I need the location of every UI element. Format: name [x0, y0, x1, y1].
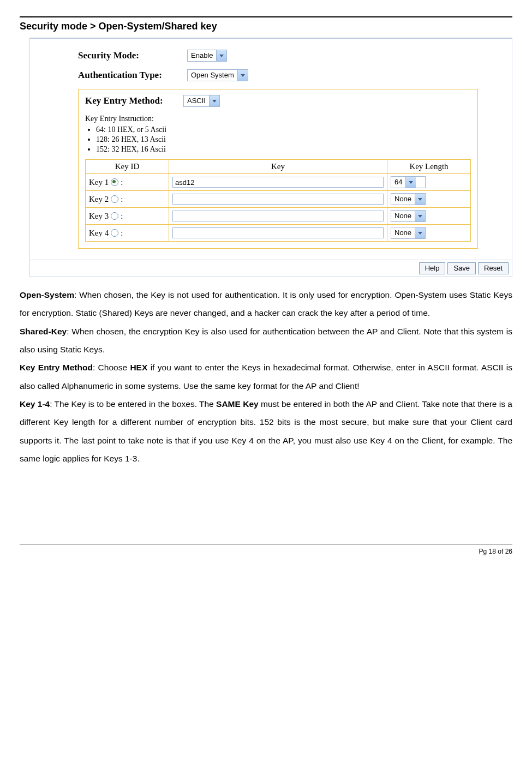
- chevron-down-icon: [405, 177, 416, 188]
- chevron-down-icon: [415, 211, 425, 221]
- col-key-length: Key Length: [387, 160, 471, 174]
- term-open-system: Open-System: [20, 290, 74, 299]
- desc-kem-1: : Choose: [93, 363, 130, 372]
- table-row: Key 2 : None: [86, 191, 471, 208]
- chevron-down-icon: [216, 50, 226, 61]
- save-button[interactable]: Save: [447, 262, 476, 274]
- term-shared-key: Shared-Key: [20, 327, 67, 336]
- key3-input[interactable]: [172, 211, 384, 221]
- term-same-key: SAME Key: [216, 399, 259, 409]
- term-key-entry-method: Key Entry Method: [20, 363, 93, 372]
- key2-input[interactable]: [172, 194, 384, 205]
- auth-type-value: Open System: [188, 70, 237, 81]
- key3-length-value: None: [391, 211, 415, 221]
- table-row: Key 3 : None: [86, 208, 471, 225]
- key-entry-method-select[interactable]: ASCII: [183, 95, 220, 107]
- term-hex: HEX: [130, 363, 147, 372]
- help-button[interactable]: Help: [419, 262, 446, 274]
- desc-key14-1: : The Key is to be entered in the boxes.…: [50, 399, 216, 409]
- description-text: Open-System: When chosen, the Key is not…: [20, 286, 512, 467]
- key3-radio[interactable]: [111, 212, 118, 220]
- key1-input[interactable]: [172, 177, 384, 188]
- config-panel: Security Mode: Enable Authentication Typ…: [29, 38, 512, 277]
- key1-length-value: 64: [391, 177, 405, 188]
- chevron-down-icon: [237, 70, 248, 81]
- security-mode-label: Security Mode:: [78, 50, 187, 61]
- key3-length-select[interactable]: None: [391, 210, 426, 222]
- security-mode-select[interactable]: Enable: [187, 50, 227, 62]
- col-key-id: Key ID: [86, 160, 169, 174]
- auth-type-select[interactable]: Open System: [187, 69, 248, 81]
- table-row: Key 4 : None: [86, 225, 471, 242]
- desc-open-system: : When chosen, the Key is not used for a…: [20, 290, 512, 317]
- auth-type-label: Authentication Type:: [78, 70, 187, 81]
- key1-length-select[interactable]: 64: [391, 176, 426, 188]
- key-entry-method-value: ASCII: [184, 95, 209, 106]
- table-row: Key 1 : 64: [86, 174, 471, 191]
- desc-shared-key: : When chosen, the encryption Key is als…: [20, 327, 512, 354]
- instruction-item: 64: 10 HEX, or 5 Ascii: [96, 125, 471, 134]
- term-key14: Key 1-4: [20, 399, 50, 409]
- key2-label: Key 2: [89, 195, 109, 204]
- key3-label: Key 3: [89, 212, 109, 221]
- security-mode-value: Enable: [188, 50, 216, 61]
- chevron-down-icon: [209, 95, 219, 106]
- key4-input[interactable]: [172, 227, 384, 238]
- key1-label: Key 1: [89, 178, 109, 187]
- page-footer: Pg 18 of 26: [20, 544, 512, 555]
- key4-label: Key 4: [89, 229, 109, 238]
- page-title: Security mode > Open-System/Shared key: [20, 21, 512, 32]
- key-table: Key ID Key Key Length Key 1 : 64: [85, 159, 471, 242]
- instruction-item: 152: 32 HEX, 16 Ascii: [96, 145, 471, 154]
- chevron-down-icon: [415, 227, 425, 238]
- desc-key14-2: must be entered in both the AP and Clien…: [20, 399, 512, 463]
- key4-length-select[interactable]: None: [391, 227, 426, 239]
- chevron-down-icon: [415, 194, 425, 205]
- reset-button[interactable]: Reset: [478, 262, 509, 274]
- key4-radio[interactable]: [111, 229, 118, 237]
- key4-length-value: None: [391, 227, 415, 238]
- col-key: Key: [169, 160, 387, 174]
- key1-radio[interactable]: [111, 178, 118, 186]
- key2-radio[interactable]: [111, 195, 118, 203]
- key-entry-method-label: Key Entry Method:: [85, 95, 183, 106]
- key-settings-box: Key Entry Method: ASCII Key Entry Instru…: [78, 89, 478, 249]
- key-entry-instruction-list: 64: 10 HEX, or 5 Ascii 128: 26 HEX, 13 A…: [85, 125, 471, 154]
- key-entry-instruction-title: Key Entry Instruction:: [85, 115, 471, 123]
- instruction-item: 128: 26 HEX, 13 Ascii: [96, 135, 471, 144]
- key2-length-value: None: [391, 194, 415, 205]
- key2-length-select[interactable]: None: [391, 193, 426, 205]
